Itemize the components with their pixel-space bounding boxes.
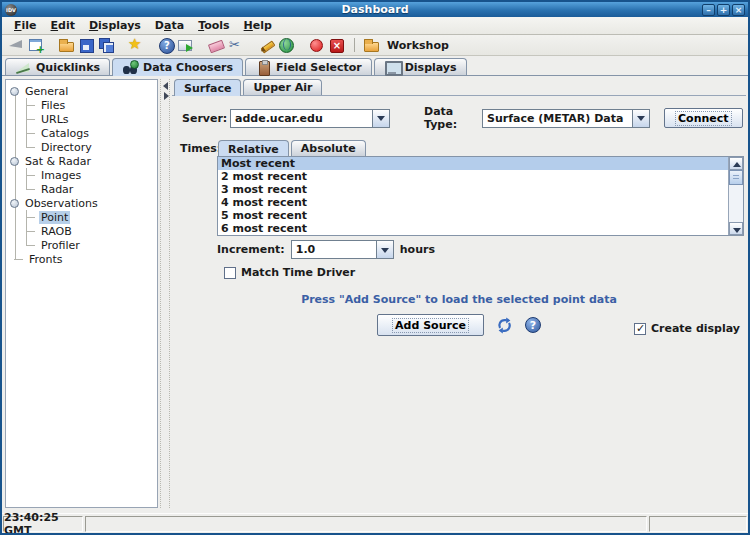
tab-label: Upper Air bbox=[253, 81, 312, 94]
save-as-icon[interactable] bbox=[98, 37, 115, 53]
times-tab-relative[interactable]: Relative bbox=[218, 140, 289, 157]
scrollbar[interactable] bbox=[728, 157, 743, 235]
times-label: Times: bbox=[180, 138, 217, 236]
tree-item-files[interactable]: Files bbox=[6, 98, 157, 112]
tree-expand-handle-icon[interactable] bbox=[10, 199, 19, 208]
clock-display: 23:40:25 GMT bbox=[3, 516, 83, 532]
tab-surface[interactable]: Surface bbox=[174, 79, 241, 96]
chevron-down-icon[interactable] bbox=[632, 109, 650, 128]
match-time-driver-row: Match Time Driver bbox=[224, 266, 746, 279]
tree-item-label: Directory bbox=[39, 141, 94, 154]
menu-edit[interactable]: Edit bbox=[44, 18, 82, 33]
tree-item-images[interactable]: Images bbox=[6, 168, 157, 182]
tree-item-sat-radar[interactable]: Sat & Radar bbox=[6, 154, 157, 168]
increment-unit-label: hours bbox=[400, 243, 435, 256]
tree-item-radar[interactable]: Radar bbox=[6, 182, 157, 196]
tree-item-general[interactable]: General bbox=[6, 84, 157, 98]
scrollbar-thumb[interactable] bbox=[729, 170, 743, 185]
time-list-item[interactable]: 4 most recent bbox=[218, 196, 743, 209]
time-list-item[interactable]: Most recent bbox=[218, 157, 743, 170]
collapse-left-icon[interactable] bbox=[163, 82, 168, 90]
open-file-icon[interactable] bbox=[58, 37, 75, 53]
tree-item-point[interactable]: Point bbox=[6, 210, 157, 224]
tree-item-profiler[interactable]: Profiler bbox=[6, 238, 157, 252]
tree-expand-handle-icon[interactable] bbox=[10, 87, 19, 96]
chevron-down-icon[interactable] bbox=[372, 109, 390, 128]
tree-item-raob[interactable]: RAOB bbox=[6, 224, 157, 238]
split-pane-divider[interactable] bbox=[160, 79, 170, 508]
menu-tools[interactable]: Tools bbox=[191, 18, 236, 33]
menu-help[interactable]: Help bbox=[237, 18, 279, 33]
scroll-up-icon[interactable] bbox=[729, 157, 743, 170]
menu-data[interactable]: Data bbox=[148, 18, 191, 33]
tree-item-urls[interactable]: URLs bbox=[6, 112, 157, 126]
menu-bar: FileEditDisplaysDataToolsHelp bbox=[2, 17, 748, 35]
connect-button[interactable]: Connect bbox=[664, 108, 743, 128]
chooser-tree: GeneralFilesURLsCatalogsDirectorySat & R… bbox=[5, 79, 158, 508]
tree-item-label: Catalogs bbox=[39, 127, 91, 140]
tab-quicklinks[interactable]: Quicklinks bbox=[5, 58, 110, 75]
tab-displays[interactable]: Displays bbox=[374, 58, 467, 75]
cut-icon[interactable] bbox=[228, 37, 245, 53]
tree-item-directory[interactable]: Directory bbox=[6, 140, 157, 154]
increment-combobox[interactable]: 1.0 bbox=[291, 240, 394, 259]
status-message-area bbox=[85, 516, 647, 532]
send-support-icon[interactable] bbox=[178, 37, 195, 53]
scroll-down-icon[interactable] bbox=[729, 222, 743, 235]
tree-branch-icon bbox=[26, 112, 36, 126]
tree-item-label: Profiler bbox=[39, 239, 82, 252]
chevron-down-icon[interactable] bbox=[376, 240, 394, 259]
tab-data-choosers[interactable]: Data Choosers bbox=[112, 58, 243, 76]
tree-expand-handle-icon[interactable] bbox=[10, 157, 19, 166]
window-maximize-button[interactable]: + bbox=[717, 4, 730, 16]
collapse-right-icon[interactable] bbox=[164, 92, 169, 100]
menu-displays[interactable]: Displays bbox=[82, 18, 148, 33]
relative-times-list: Most recent2 most recent3 most recent4 m… bbox=[217, 156, 744, 236]
time-list-item[interactable]: 6 most recent bbox=[218, 222, 743, 235]
tab-upper-air[interactable]: Upper Air bbox=[243, 79, 322, 95]
window-close-button[interactable]: × bbox=[732, 4, 745, 16]
server-value[interactable]: adde.ucar.edu bbox=[230, 109, 372, 128]
tree-item-label: Images bbox=[39, 169, 83, 182]
help-icon[interactable] bbox=[158, 37, 175, 53]
refresh-icon[interactable] bbox=[496, 317, 513, 334]
window-title: Dashboard bbox=[2, 3, 748, 16]
globe-icon[interactable] bbox=[278, 37, 295, 53]
main-tab-bar: QuicklinksData ChoosersField SelectorDis… bbox=[2, 56, 748, 75]
tree-item-label: Point bbox=[39, 211, 70, 224]
tab-field-selector[interactable]: Field Selector bbox=[245, 58, 372, 75]
time-list-item[interactable]: 2 most recent bbox=[218, 170, 743, 183]
edit-icon[interactable] bbox=[258, 37, 275, 53]
tree-branch-icon bbox=[14, 252, 23, 266]
save-icon[interactable] bbox=[78, 37, 95, 53]
tree-item-observations[interactable]: Observations bbox=[6, 196, 157, 210]
eraser-icon[interactable] bbox=[208, 37, 225, 53]
memory-indicator bbox=[649, 516, 747, 532]
point-chooser-panel: SurfaceUpper Air Server: adde.ucar.edu D… bbox=[172, 76, 746, 511]
workshop-toolbar-item[interactable]: Workshop bbox=[363, 37, 449, 53]
time-list-item[interactable]: 3 most recent bbox=[218, 183, 743, 196]
times-tab-absolute[interactable]: Absolute bbox=[291, 140, 366, 156]
tab-label: Field Selector bbox=[276, 61, 362, 74]
server-label: Server: bbox=[182, 112, 230, 125]
data-type-combobox[interactable]: Surface (METAR) Data bbox=[482, 109, 650, 128]
favorites-icon[interactable] bbox=[128, 37, 145, 53]
stop-icon[interactable] bbox=[328, 37, 345, 53]
new-window-icon[interactable] bbox=[28, 37, 45, 53]
tab-label: Quicklinks bbox=[36, 61, 100, 74]
help-icon[interactable] bbox=[525, 317, 541, 333]
match-time-driver-checkbox[interactable] bbox=[224, 267, 236, 279]
increment-value[interactable]: 1.0 bbox=[291, 240, 376, 259]
window-minimize-button[interactable]: – bbox=[702, 4, 715, 16]
tree-item-label: RAOB bbox=[39, 225, 74, 238]
tree-item-catalogs[interactable]: Catalogs bbox=[6, 126, 157, 140]
record-icon[interactable] bbox=[308, 37, 325, 53]
menu-file[interactable]: File bbox=[7, 18, 44, 33]
time-list-item[interactable]: 5 most recent bbox=[218, 209, 743, 222]
add-source-button[interactable]: Add Source bbox=[377, 314, 484, 336]
create-display-checkbox[interactable] bbox=[634, 323, 646, 335]
show-dashboard-icon[interactable] bbox=[8, 37, 25, 53]
server-combobox[interactable]: adde.ucar.edu bbox=[230, 109, 390, 128]
tree-item-fronts[interactable]: Fronts bbox=[6, 252, 157, 266]
tree-branch-icon bbox=[26, 168, 36, 182]
